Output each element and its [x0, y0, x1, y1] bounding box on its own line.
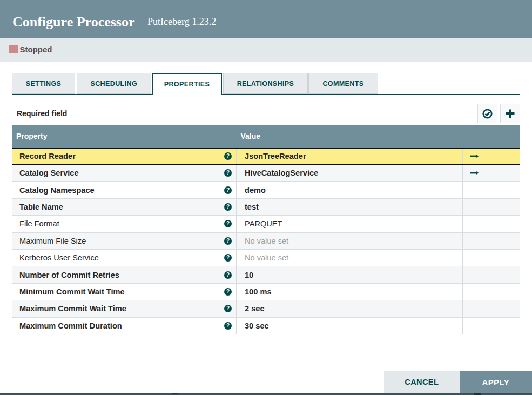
svg-text:?: ? — [226, 323, 229, 329]
svg-text:?: ? — [226, 289, 229, 294]
svg-text:?: ? — [226, 255, 229, 261]
svg-text:?: ? — [226, 187, 229, 193]
svg-text:?: ? — [226, 238, 229, 244]
svg-text:?: ? — [226, 306, 229, 312]
svg-text:?: ? — [226, 170, 229, 176]
svg-text:?: ? — [226, 221, 229, 227]
svg-text:?: ? — [226, 204, 229, 210]
svg-text:?: ? — [226, 272, 229, 278]
svg-text:?: ? — [226, 153, 229, 159]
